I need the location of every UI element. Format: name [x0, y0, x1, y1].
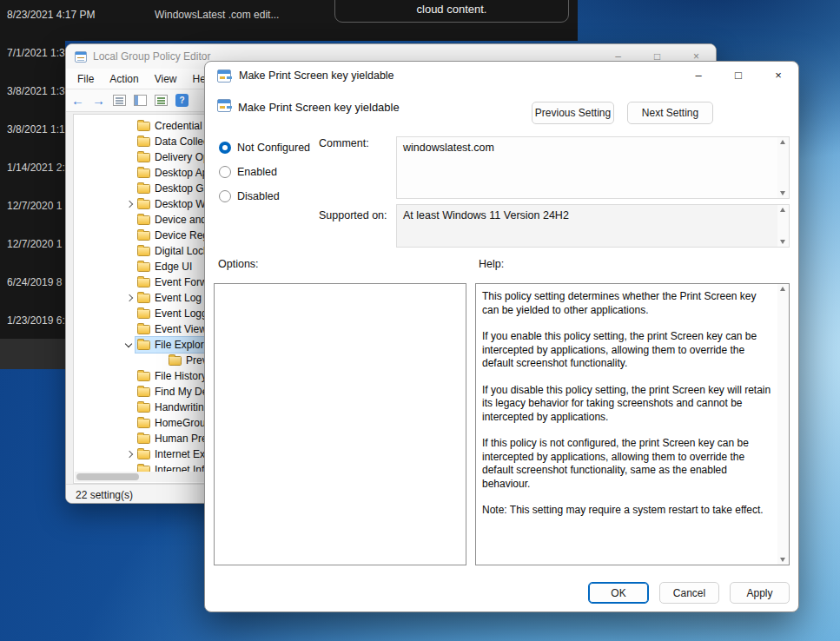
- menu-item[interactable]: File: [69, 69, 102, 89]
- tree-item-label: Event Forw: [155, 276, 208, 288]
- tree-expander-icon[interactable]: [123, 245, 136, 257]
- tree-expander-icon[interactable]: [123, 276, 136, 288]
- tree-expander-icon[interactable]: [123, 417, 136, 429]
- scrollbar[interactable]: [777, 205, 789, 247]
- forward-icon[interactable]: →: [92, 94, 105, 107]
- radio-label: Disabled: [237, 190, 280, 202]
- ok-button[interactable]: OK: [588, 582, 649, 604]
- tree-expander-icon[interactable]: [123, 370, 136, 382]
- tree-expander-icon[interactable]: [123, 167, 136, 179]
- radio-icon[interactable]: [219, 190, 231, 202]
- radio-option[interactable]: Disabled: [219, 187, 310, 206]
- scroll-up-icon[interactable]: [780, 208, 785, 212]
- tree-expander-icon[interactable]: [123, 339, 136, 351]
- folder-icon: [137, 403, 150, 413]
- tree-expander-icon[interactable]: [123, 182, 136, 195]
- scrollbar[interactable]: [777, 137, 789, 198]
- help-text: This policy setting determines whether t…: [476, 284, 777, 565]
- next-setting-button[interactable]: Next Setting: [627, 102, 713, 124]
- close-button[interactable]: ×: [758, 62, 798, 89]
- minimize-button[interactable]: –: [678, 62, 718, 89]
- folder-icon: [137, 122, 150, 131]
- show-console-tree-icon[interactable]: [113, 95, 126, 106]
- radio-icon[interactable]: [219, 166, 231, 178]
- background-window-left[interactable]: 7/1/2021 1:3 3/8/2021 1:3 3/8/2021 1:1 1…: [0, 41, 65, 339]
- back-icon[interactable]: ←: [71, 94, 84, 107]
- tree-expander-icon[interactable]: [123, 214, 136, 226]
- folder-icon: [137, 309, 150, 319]
- tree-expander-icon[interactable]: [123, 386, 136, 398]
- state-radio-group: Not Configured Enabled Disabled: [219, 138, 310, 206]
- radio-option[interactable]: Enabled: [219, 162, 310, 182]
- folder-icon: [137, 419, 150, 428]
- folder-icon: [137, 434, 150, 444]
- tree-item-label: Human Pre: [155, 433, 208, 445]
- scrollbar-thumb[interactable]: [76, 473, 139, 480]
- folder-icon: [137, 137, 150, 147]
- radio-icon[interactable]: [219, 142, 231, 154]
- console-window-icon[interactable]: [134, 95, 147, 106]
- file-name[interactable]: WindowsLatest .com edit...: [155, 9, 279, 21]
- supported-on-field[interactable]: At least Windows 11 Version 24H2: [396, 204, 790, 248]
- tree-item-label: Device Regi: [155, 229, 211, 241]
- tree-expander-icon[interactable]: [123, 448, 136, 460]
- previous-setting-button[interactable]: Previous Setting: [532, 102, 614, 124]
- tree-expander-icon[interactable]: [123, 292, 136, 304]
- comment-field[interactable]: windowslatest.com: [396, 136, 790, 199]
- scroll-down-icon[interactable]: [780, 191, 785, 195]
- menu-item[interactable]: Action: [102, 69, 146, 89]
- comment-label: Comment:: [319, 137, 369, 149]
- folder-icon: [137, 278, 150, 287]
- tree-item-label: Internet Exp: [155, 448, 211, 460]
- tree-item-label: Event Loggi: [155, 307, 209, 320]
- tree-expander-icon[interactable]: [123, 120, 136, 132]
- file-date[interactable]: 3/8/2021 1:3: [0, 83, 65, 122]
- apply-button[interactable]: Apply: [730, 582, 790, 604]
- scroll-up-icon[interactable]: [780, 140, 785, 144]
- tree-item-label: Handwritin: [155, 401, 204, 413]
- tree-expander-icon[interactable]: [123, 323, 136, 335]
- tree-expander-icon[interactable]: [123, 433, 136, 445]
- policy-setting-name: Make Print Screen key yieldable: [238, 101, 400, 114]
- tree-expander-icon[interactable]: [123, 198, 136, 210]
- scroll-down-icon[interactable]: [780, 240, 785, 244]
- folder-icon: [137, 372, 150, 381]
- dialog-titlebar[interactable]: Make Print Screen key yieldable – □ ×: [205, 62, 798, 89]
- tree-item-label: Desktop Ga: [155, 182, 209, 195]
- tree-expander-icon[interactable]: [123, 135, 136, 148]
- file-date[interactable]: 6/24/2019 8: [0, 274, 65, 313]
- folder-icon: [137, 169, 150, 178]
- folder-icon: [137, 325, 150, 334]
- file-date[interactable]: 12/7/2020 1: [0, 198, 65, 236]
- help-scrollbar[interactable]: [777, 284, 789, 565]
- tree-item-label: Desktop Ap: [155, 167, 208, 179]
- file-date[interactable]: 12/7/2020 1: [0, 236, 65, 274]
- folder-icon: [137, 340, 150, 350]
- file-date[interactable]: 7/1/2021 1:3: [0, 45, 65, 83]
- maximize-button[interactable]: □: [718, 62, 758, 89]
- radio-option[interactable]: Not Configured: [219, 138, 310, 157]
- help-panel: This policy setting determines whether t…: [475, 283, 790, 565]
- file-date: 8/23/2021 4:17 PM: [7, 9, 95, 21]
- folder-icon: [137, 184, 150, 194]
- tree-expander-icon[interactable]: [123, 307, 136, 320]
- folder-icon: [137, 215, 150, 225]
- policy-icon: [217, 99, 231, 112]
- tree-expander-icon[interactable]: [123, 261, 136, 273]
- scroll-up-icon[interactable]: [780, 287, 785, 291]
- file-date[interactable]: 3/8/2021 1:1: [0, 122, 65, 160]
- tree-expander-icon[interactable]: [123, 151, 136, 163]
- scroll-down-icon[interactable]: [780, 558, 785, 562]
- cancel-button[interactable]: Cancel: [659, 582, 719, 604]
- export-list-icon[interactable]: [155, 95, 168, 106]
- tree-item-label: Data Collec: [155, 135, 208, 148]
- tree-item-label: Digital Lock: [155, 245, 208, 257]
- tree-expander-icon[interactable]: [155, 354, 167, 367]
- file-date[interactable]: 1/14/2021 2:: [0, 160, 65, 198]
- radio-label: Not Configured: [237, 142, 310, 154]
- tree-expander-icon[interactable]: [123, 229, 136, 241]
- background-window-top[interactable]: 8/23/2021 4:17 PM WindowsLatest .com edi…: [0, 0, 578, 41]
- tree-expander-icon[interactable]: [123, 401, 136, 413]
- menu-item[interactable]: View: [147, 69, 185, 89]
- help-icon[interactable]: ?: [175, 94, 189, 107]
